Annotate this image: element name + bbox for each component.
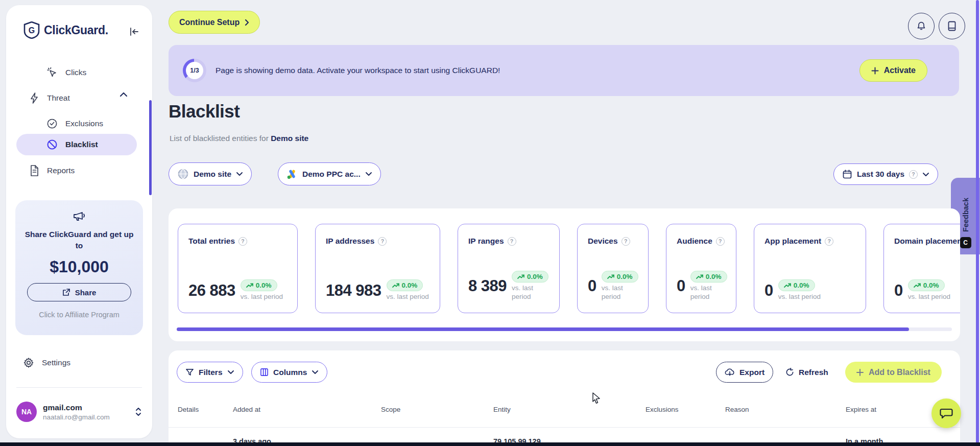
page-scrollbar[interactable]: [976, 0, 979, 446]
stat-change: 0.0%: [256, 281, 272, 289]
avatar: NA: [16, 402, 37, 422]
trend-up-icon: [696, 274, 703, 279]
chat-widget-button[interactable]: [931, 398, 961, 428]
stat-note: vs. last period: [690, 284, 731, 301]
stat-card-ip-addresses: IP addresses? 184 983 0.0% vs. last peri…: [315, 224, 440, 313]
affiliate-promo-card[interactable]: Share ClickGuard and get up to $10,000 S…: [15, 200, 143, 335]
column-header-exclusions[interactable]: Exclusions: [646, 406, 679, 413]
export-button[interactable]: Export: [716, 362, 773, 383]
stat-title: IP ranges: [468, 237, 504, 246]
date-range-label: Last 30 days: [857, 170, 904, 179]
refresh-label: Refresh: [799, 368, 828, 377]
globe-icon: [177, 168, 189, 180]
stat-title: IP addresses: [326, 237, 374, 246]
plus-icon: [856, 369, 864, 376]
trend-up-icon: [392, 283, 399, 288]
stat-value: 184 983: [326, 281, 381, 300]
column-header-scope[interactable]: Scope: [381, 406, 400, 413]
ppc-account-label: Demo PPC ac...: [302, 170, 361, 179]
stat-title: Domain placement: [894, 237, 960, 246]
help-icon[interactable]: ?: [622, 237, 630, 246]
sidebar-item-blacklist[interactable]: Blacklist: [46, 138, 98, 151]
page-subtitle-site: Demo site: [271, 134, 308, 143]
sidebar-item-settings[interactable]: Settings: [22, 357, 70, 369]
trend-up-icon: [914, 283, 921, 288]
stat-value: 0: [894, 281, 903, 300]
plus-icon: [871, 67, 879, 75]
chevron-down-icon: [922, 172, 929, 177]
column-header-entity[interactable]: Entity: [493, 406, 511, 413]
refresh-button[interactable]: Refresh: [785, 362, 828, 383]
continue-setup-label: Continue Setup: [179, 18, 240, 27]
stat-title: Audience: [677, 237, 712, 246]
logo[interactable]: G ClickGuard.: [23, 21, 108, 39]
blacklist-table-panel: Filters Columns Export Refresh: [169, 350, 960, 446]
filters-button[interactable]: Filters: [177, 362, 243, 383]
sidebar-item-label: Reports: [47, 166, 75, 175]
stats-cards-row: Total entries? 26 883 0.0% vs. last peri…: [178, 224, 960, 313]
help-icon[interactable]: ?: [508, 237, 516, 246]
refresh-icon: [785, 368, 794, 377]
cursor-click-icon: [46, 66, 58, 79]
affiliate-link[interactable]: Click to Affiliate Program: [15, 311, 143, 319]
divider: [169, 427, 960, 428]
sidebar-item-label: Clicks: [65, 68, 86, 77]
help-icon[interactable]: ?: [716, 237, 725, 246]
docs-button[interactable]: [939, 13, 965, 39]
columns-icon: [260, 368, 269, 377]
stat-title: Devices: [588, 237, 618, 246]
stat-value: 0: [677, 277, 685, 295]
account-name: gmail.com: [43, 403, 135, 412]
sidebar-item-label: Settings: [42, 358, 70, 367]
share-button-label: Share: [75, 288, 97, 297]
page-subtitle-text: List of blacklisted entities for: [170, 134, 269, 143]
stat-card-audience: Audience? 0 0.0% vs. last period: [666, 224, 736, 313]
share-button[interactable]: Share: [27, 283, 131, 301]
chevron-up-icon[interactable]: [119, 92, 128, 97]
continue-setup-button[interactable]: Continue Setup: [169, 11, 260, 34]
stat-card-app-placement: App placement? 0 0.0% vs. last period: [754, 224, 866, 313]
sidebar-collapse-icon[interactable]: [128, 26, 140, 38]
clickguard-shield-icon: G: [23, 21, 40, 39]
chevron-updown-icon: [135, 407, 142, 417]
stat-note: vs. last period: [602, 284, 643, 301]
sidebar: G ClickGuard. Clicks Threat: [6, 5, 152, 438]
help-icon[interactable]: ?: [825, 237, 833, 246]
stat-card-devices: Devices? 0 0.0% vs. last period: [577, 224, 649, 313]
column-header-details[interactable]: Details: [178, 406, 199, 413]
sidebar-item-clicks[interactable]: Clicks: [46, 66, 86, 79]
cards-scrollbar-thumb[interactable]: [177, 327, 909, 331]
external-link-icon: [62, 288, 70, 296]
promo-text: Share ClickGuard and get up to: [25, 229, 134, 252]
column-header-expires-at[interactable]: Expires at: [846, 406, 876, 413]
add-to-blacklist-button[interactable]: Add to Blacklist: [845, 362, 942, 383]
notifications-button[interactable]: [908, 13, 935, 39]
help-icon[interactable]: ?: [238, 237, 247, 246]
stat-note: vs. last period: [512, 284, 554, 301]
site-selector[interactable]: Demo site: [169, 162, 252, 185]
help-icon: ?: [909, 170, 918, 179]
date-range-selector[interactable]: Last 30 days ?: [833, 163, 938, 185]
column-header-added-at[interactable]: Added at: [233, 406, 260, 413]
account-switcher[interactable]: NA gmail.com naatali.ro@gmail.com: [16, 398, 142, 425]
stat-title: App placement: [764, 237, 821, 246]
sidebar-scrollbar[interactable]: [149, 100, 152, 195]
sidebar-item-exclusions[interactable]: Exclusions: [46, 118, 103, 130]
stat-card-total-entries: Total entries? 26 883 0.0% vs. last peri…: [178, 224, 298, 313]
columns-button[interactable]: Columns: [251, 362, 327, 383]
trend-up-icon: [517, 274, 524, 279]
help-icon[interactable]: ?: [378, 237, 387, 246]
sidebar-item-threat[interactable]: Threat: [29, 92, 70, 104]
chevron-down-icon: [236, 172, 243, 176]
svg-text:G: G: [29, 26, 35, 35]
sidebar-item-reports[interactable]: Reports: [29, 165, 75, 177]
google-ads-icon: [286, 169, 298, 179]
column-header-reason[interactable]: Reason: [725, 406, 749, 413]
page-title: Blacklist: [169, 101, 240, 122]
ppc-account-selector[interactable]: Demo PPC ac...: [278, 162, 381, 185]
stat-value: 0: [588, 277, 596, 295]
stat-change: 0.0%: [706, 273, 722, 280]
add-to-blacklist-label: Add to Blacklist: [869, 368, 930, 377]
stat-title: Total entries: [188, 237, 235, 246]
activate-button[interactable]: Activate: [859, 59, 927, 82]
